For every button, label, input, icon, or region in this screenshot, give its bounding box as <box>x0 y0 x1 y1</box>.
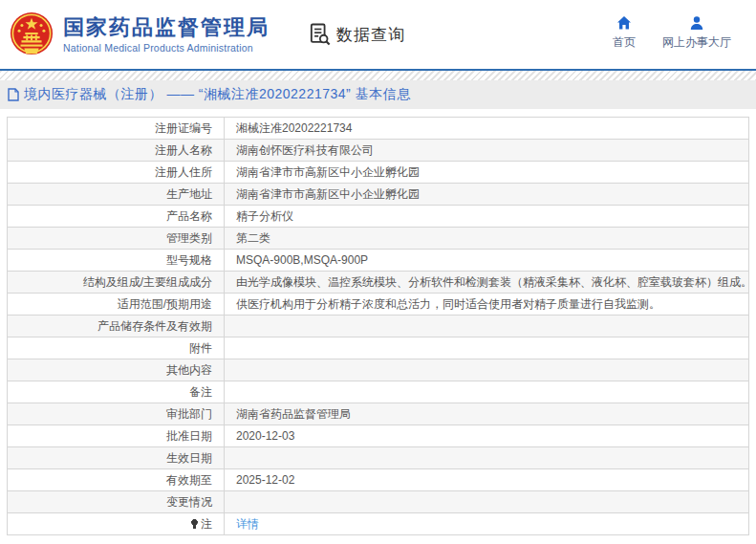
detail-link[interactable]: 详情 <box>236 517 259 531</box>
row-label: 批准日期 <box>8 425 225 447</box>
data-query-entry[interactable]: 数据查询 <box>310 23 405 46</box>
row-label: 生产地址 <box>8 184 225 206</box>
row-label: 结构及组成/主要组成成分 <box>8 272 225 294</box>
home-icon <box>616 15 632 31</box>
table-row: 批准日期2020-12-03 <box>8 425 749 447</box>
hatch-band <box>0 71 756 80</box>
table-row: 审批部门湖南省药品监督管理局 <box>8 403 749 425</box>
site-subtitle: National Medical Products Administration <box>63 42 270 54</box>
row-label: 适用范围/预期用途 <box>8 294 225 316</box>
table-row: 备注 <box>8 381 749 403</box>
table-row: 生产地址湖南省津市市高新区中小企业孵化园 <box>8 184 749 206</box>
nav-service-hall-label: 网上办事大厅 <box>662 34 731 51</box>
breadcrumb: 境内医疗器械（注册） —— “湘械注准20202221734” 基本信息 <box>0 80 756 109</box>
row-label: 产品储存条件及有效期 <box>8 316 225 337</box>
data-query-label: 数据查询 <box>336 24 405 46</box>
row-label: 备注 <box>8 381 225 403</box>
row-value: 精子分析仪 <box>225 206 749 228</box>
table-row: 产品名称精子分析仪 <box>8 206 749 228</box>
table-row: 生效日期 <box>8 447 749 469</box>
row-value: 湖南省津市市高新区中小企业孵化园 <box>225 162 749 184</box>
row-label: 注册人名称 <box>8 140 225 162</box>
info-table-body: 注册证编号湘械注准20202221734注册人名称湖南创怀医疗科技有限公司注册人… <box>8 118 749 535</box>
row-value: MSQA-900B,MSQA-900P <box>225 250 749 272</box>
row-label: 型号规格 <box>8 250 225 272</box>
row-label: 生效日期 <box>8 447 225 469</box>
row-label: 其他内容 <box>8 359 225 381</box>
registration-info-table: 注册证编号湘械注准20202221734注册人名称湖南创怀医疗科技有限公司注册人… <box>7 117 749 535</box>
row-value: 供医疗机构用于分析精子浓度和总活力，同时适合使用者对精子质量进行自我监测。 <box>225 294 749 316</box>
row-value <box>225 337 749 359</box>
row-value: 湖南省津市市高新区中小企业孵化园 <box>225 184 749 206</box>
row-value: 湖南创怀医疗科技有限公司 <box>225 140 749 162</box>
table-row: 注详情 <box>8 513 749 535</box>
site-title-block: 国家药品监督管理局 National Medical Products Admi… <box>63 15 270 54</box>
row-label: 注 <box>8 513 225 535</box>
national-emblem-icon <box>10 10 54 59</box>
person-icon <box>689 15 704 31</box>
row-value <box>225 359 749 381</box>
document-icon <box>8 88 19 101</box>
row-value: 湘械注准20202221734 <box>225 118 749 140</box>
table-row: 注册人名称湖南创怀医疗科技有限公司 <box>8 140 749 162</box>
row-label: 附件 <box>8 337 225 359</box>
table-row: 变更情况 <box>8 491 749 513</box>
table-row: 附件 <box>8 337 749 359</box>
row-value: 详情 <box>225 513 749 535</box>
note-icon <box>191 519 198 529</box>
data-query-icon <box>310 23 331 46</box>
table-row: 产品储存条件及有效期 <box>8 316 749 337</box>
row-label: 产品名称 <box>8 206 225 228</box>
registration-info-table-wrap: 注册证编号湘械注准20202221734注册人名称湖南创怀医疗科技有限公司注册人… <box>7 117 749 535</box>
site-title: 国家药品监督管理局 <box>63 15 270 40</box>
table-row: 适用范围/预期用途供医疗机构用于分析精子浓度和总活力，同时适合使用者对精子质量进… <box>8 294 749 316</box>
nav-home[interactable]: 首页 <box>613 15 636 51</box>
row-value: 2020-12-03 <box>225 425 749 447</box>
nav-home-label: 首页 <box>613 34 636 51</box>
row-label: 有效期至 <box>8 469 225 491</box>
row-label: 管理类别 <box>8 228 225 250</box>
row-label: 审批部门 <box>8 403 225 425</box>
row-value <box>225 316 749 337</box>
site-header: 国家药品监督管理局 National Medical Products Admi… <box>0 0 756 69</box>
table-row: 型号规格MSQA-900B,MSQA-900P <box>8 250 749 272</box>
breadcrumb-text: 境内医疗器械（注册） —— “湘械注准20202221734” 基本信息 <box>24 86 411 103</box>
row-value <box>225 491 749 513</box>
nav-service-hall[interactable]: 网上办事大厅 <box>662 15 731 51</box>
top-nav: 首页 网上办事大厅 <box>613 15 731 51</box>
table-row: 有效期至2025-12-02 <box>8 469 749 491</box>
table-row: 注册证编号湘械注准20202221734 <box>8 118 749 140</box>
row-label: 变更情况 <box>8 491 225 513</box>
row-label: 注册证编号 <box>8 118 225 140</box>
row-value: 湖南省药品监督管理局 <box>225 403 749 425</box>
table-row: 注册人住所湖南省津市市高新区中小企业孵化园 <box>8 162 749 184</box>
site-logo[interactable]: 国家药品监督管理局 National Medical Products Admi… <box>10 10 270 59</box>
row-value <box>225 381 749 403</box>
row-label: 注册人住所 <box>8 162 225 184</box>
row-value <box>225 447 749 469</box>
table-row: 结构及组成/主要组成成分由光学成像模块、温控系统模块、分析软件和检测套装（精液采… <box>8 272 749 294</box>
row-value: 由光学成像模块、温控系统模块、分析软件和检测套装（精液采集杯、液化杯、腔室载玻套… <box>225 272 749 294</box>
table-row: 管理类别第二类 <box>8 228 749 250</box>
row-value: 第二类 <box>225 228 749 250</box>
table-row: 其他内容 <box>8 359 749 381</box>
row-value: 2025-12-02 <box>225 469 749 491</box>
